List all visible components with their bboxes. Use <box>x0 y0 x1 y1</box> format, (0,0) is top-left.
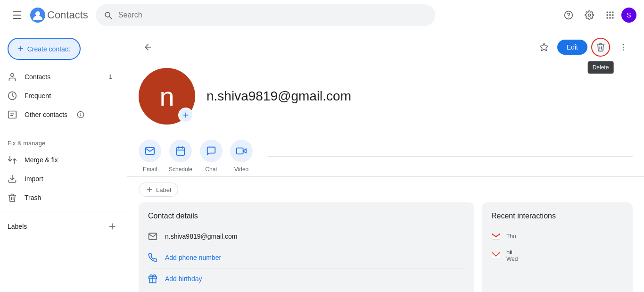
interaction-row-1[interactable]: Thu <box>491 228 623 245</box>
create-plus-icon: + <box>18 43 24 54</box>
detail-divider-2 <box>148 268 465 268</box>
import-label: Import <box>25 175 43 183</box>
detail-birthday-icon <box>148 274 157 284</box>
svg-point-1 <box>35 11 40 16</box>
add-phone-text[interactable]: Add phone number <box>165 254 221 261</box>
merge-label: Merge & fix <box>25 156 58 164</box>
contact-detail-panel: Edit Delete <box>127 30 644 292</box>
email-action-icon <box>145 146 155 156</box>
delete-button-wrapper: Delete <box>591 38 610 57</box>
star-button[interactable] <box>535 38 553 57</box>
back-button[interactable] <box>139 38 157 57</box>
schedule-action-icon <box>175 146 186 156</box>
help-button[interactable] <box>559 6 578 25</box>
action-divider <box>268 156 633 157</box>
more-options-button[interactable] <box>614 38 633 57</box>
interaction-time-1: Thu <box>506 233 516 240</box>
delete-icon <box>596 42 605 52</box>
email-action[interactable]: Email <box>139 140 161 173</box>
detail-phone-row[interactable]: Add phone number <box>148 249 465 266</box>
create-contact-button[interactable]: + Create contact <box>8 38 81 60</box>
other-contacts-icon <box>8 110 17 119</box>
video-action-circle[interactable] <box>230 140 253 162</box>
edit-button[interactable]: Edit <box>557 40 587 55</box>
add-birthday-text[interactable]: Add birthday <box>165 275 202 283</box>
interaction-details-2: hii Wed <box>506 249 518 262</box>
other-contacts-label: Other contacts <box>25 111 67 118</box>
sidebar-item-merge[interactable]: Merge & fix <box>0 150 120 169</box>
search-bar[interactable] <box>96 4 435 26</box>
star-icon <box>539 42 549 52</box>
delete-tooltip: Delete <box>588 61 614 74</box>
info-icon <box>77 111 84 118</box>
svg-rect-12 <box>612 17 613 18</box>
chat-action-label: Chat <box>205 166 217 173</box>
sidebar-item-frequent[interactable]: Frequent <box>0 86 120 105</box>
sidebar: + Create contact Contacts 1 Frequent <box>0 30 127 292</box>
schedule-action-circle[interactable] <box>169 140 192 162</box>
add-label-button[interactable]: Label <box>139 183 178 197</box>
detail-phone-icon <box>148 253 157 262</box>
chat-action-icon <box>206 146 216 156</box>
contacts-logo-icon <box>30 8 45 23</box>
help-icon <box>564 10 573 20</box>
sidebar-item-contacts[interactable]: Contacts 1 <box>0 67 120 86</box>
apps-button[interactable] <box>601 6 619 25</box>
avatar-container: n <box>139 68 195 125</box>
svg-rect-24 <box>237 148 243 154</box>
svg-marker-18 <box>540 43 548 51</box>
svg-point-21 <box>623 50 624 51</box>
gmail-icon-2 <box>491 251 501 260</box>
svg-rect-4 <box>607 11 608 13</box>
sidebar-item-trash[interactable]: Trash <box>0 188 120 207</box>
gear-icon <box>585 10 594 20</box>
svg-point-13 <box>11 74 14 77</box>
detail-email-text: n.shiva9819@gmail.com <box>165 233 238 240</box>
schedule-action[interactable]: Schedule <box>169 140 192 173</box>
detail-birthday-row[interactable]: Add birthday <box>148 270 465 287</box>
fix-manage-title: Fix & manage <box>0 132 127 150</box>
svg-rect-8 <box>609 14 611 16</box>
labels-section[interactable]: Labels <box>0 215 127 238</box>
frequent-label: Frequent <box>25 92 51 100</box>
add-label-icon[interactable] <box>105 219 120 234</box>
svg-rect-5 <box>609 11 611 13</box>
contact-header: Edit Delete <box>127 30 644 64</box>
delete-button[interactable] <box>591 38 610 57</box>
trash-label: Trash <box>25 194 41 201</box>
interaction-row-2[interactable]: hii Wed <box>491 245 623 266</box>
details-area: Contact details n.shiva9819@gmail.com <box>127 202 644 292</box>
labels-title: Labels <box>8 223 27 230</box>
detail-divider-1 <box>148 247 465 247</box>
email-action-circle[interactable] <box>139 140 161 162</box>
settings-button[interactable] <box>580 6 599 25</box>
user-avatar[interactable]: S <box>621 8 636 23</box>
video-action-icon <box>236 146 247 156</box>
interaction-time-2: Wed <box>506 256 518 262</box>
sidebar-divider-2 <box>0 211 127 211</box>
frequent-icon <box>8 91 17 100</box>
chat-action-circle[interactable] <box>200 140 223 162</box>
sidebar-item-import[interactable]: Import <box>0 169 120 188</box>
avatar-add-button[interactable] <box>178 108 193 123</box>
svg-rect-6 <box>612 11 613 13</box>
video-action[interactable]: Video <box>230 140 253 173</box>
logo-area: Contacts <box>30 8 88 23</box>
more-vert-icon <box>619 42 628 52</box>
apps-icon <box>605 10 615 20</box>
menu-button[interactable] <box>8 6 26 25</box>
sidebar-divider <box>0 128 127 128</box>
search-input[interactable] <box>118 11 428 19</box>
svg-point-19 <box>623 44 624 45</box>
chat-action[interactable]: Chat <box>200 140 223 173</box>
header-actions: Edit Delete <box>535 38 633 57</box>
interaction-details-1: Thu <box>506 233 516 240</box>
recent-interactions-card: Recent interactions Thu <box>482 202 633 292</box>
video-action-label: Video <box>234 166 248 173</box>
svg-rect-9 <box>612 14 613 16</box>
person-icon <box>8 72 17 82</box>
label-section: Label <box>127 177 644 202</box>
create-contact-label: Create contact <box>27 45 70 53</box>
sidebar-item-other-contacts[interactable]: Other contacts <box>0 105 120 124</box>
avatar-plus-icon <box>182 111 190 119</box>
